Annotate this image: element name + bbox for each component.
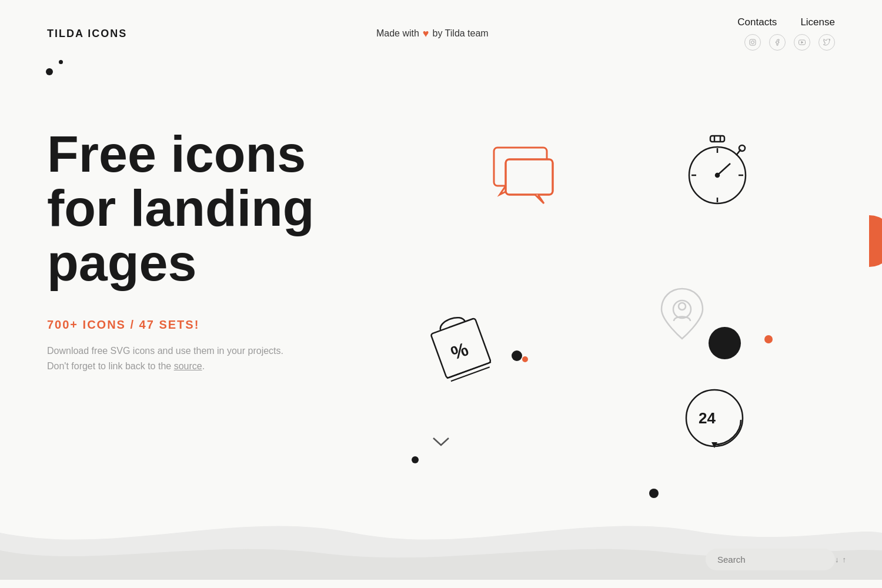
- shopping-bag-icon: %: [423, 303, 500, 382]
- hero-title: Free icons for landing pages: [47, 127, 447, 290]
- hero-section: Free icons for landing pages 700+ ICONS …: [0, 51, 882, 580]
- svg-rect-11: [710, 136, 724, 142]
- svg-rect-7: [506, 159, 553, 195]
- search-bar: ↓ ↑: [706, 549, 835, 570]
- dot-mid-1: [512, 350, 522, 361]
- dot-orange-right: [764, 335, 773, 343]
- logo: TILDA ICONS: [47, 28, 127, 40]
- header-right: Contacts License: [737, 16, 835, 51]
- heart-icon: ♥: [423, 28, 429, 40]
- site-header: TILDA ICONS Made with ♥ by Tilda team Co…: [0, 0, 882, 51]
- location-pin-icon: [653, 283, 711, 350]
- svg-line-17: [717, 163, 730, 175]
- dot-orange-mid: [522, 356, 528, 362]
- search-input[interactable]: [717, 554, 829, 564]
- svg-point-1: [751, 41, 754, 44]
- description: Download free SVG icons and use them in …: [47, 343, 306, 373]
- svg-point-22: [679, 303, 686, 310]
- source-link[interactable]: source: [174, 361, 202, 371]
- search-arrows: ↓ ↑: [835, 555, 846, 564]
- nav: Contacts License: [737, 16, 835, 28]
- stopwatch-icon: [682, 133, 753, 212]
- svg-point-20: [739, 145, 745, 151]
- chevron-down[interactable]: [432, 433, 450, 452]
- svg-text:%: %: [448, 338, 471, 364]
- arrow-up-btn[interactable]: ↑: [843, 555, 847, 564]
- nav-contacts[interactable]: Contacts: [737, 16, 777, 28]
- dot-tl-small: [59, 60, 63, 64]
- stats-line: 700+ ICONS / 47 SETS!: [47, 318, 447, 332]
- nav-license[interactable]: License: [800, 16, 835, 28]
- tagline-by: by Tilda team: [433, 28, 489, 39]
- instagram-icon[interactable]: [744, 34, 761, 51]
- youtube-icon[interactable]: [794, 34, 810, 51]
- 24h-icon: 24: [682, 386, 747, 453]
- dot-large-black: [709, 327, 741, 359]
- dot-tl-large: [46, 68, 53, 75]
- chat-bubbles-icon: [482, 145, 559, 212]
- social-icons: [744, 34, 835, 51]
- facebook-icon[interactable]: [769, 34, 786, 51]
- tagline: Made with ♥ by Tilda team: [376, 28, 489, 40]
- svg-text:24: 24: [699, 409, 716, 427]
- tagline-made: Made with: [376, 28, 419, 39]
- orange-half-circle: [869, 215, 882, 267]
- hero-title-container: Free icons for landing pages 700+ ICONS …: [47, 98, 447, 373]
- svg-point-18: [716, 173, 719, 177]
- svg-line-25: [447, 362, 491, 378]
- arrow-down-btn[interactable]: ↓: [835, 555, 839, 564]
- svg-rect-0: [750, 39, 756, 45]
- twitter-icon[interactable]: [818, 34, 835, 51]
- svg-marker-3: [801, 41, 803, 43]
- dot-bottom-center: [412, 456, 419, 463]
- svg-point-2: [754, 41, 754, 41]
